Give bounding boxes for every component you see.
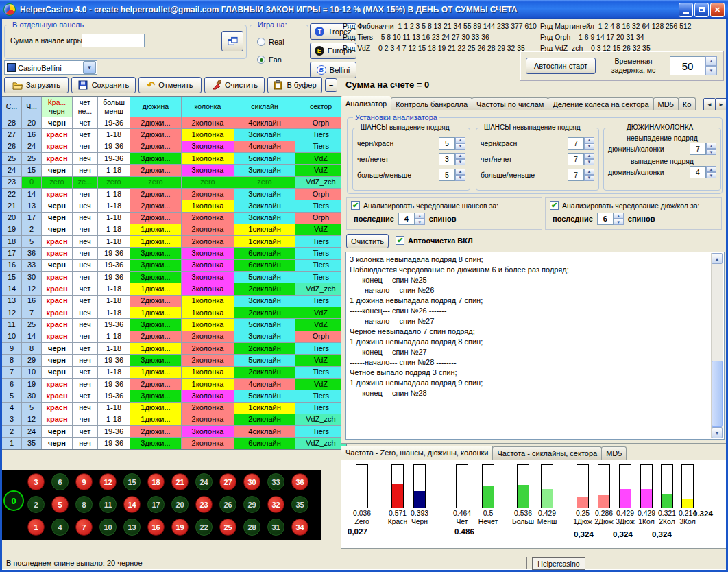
table-cell[interactable]: 10 bbox=[22, 367, 41, 378]
table-cell[interactable]: красн bbox=[42, 129, 72, 140]
table-cell[interactable]: 36 bbox=[22, 248, 41, 259]
table-cell[interactable]: 2сиклайн bbox=[234, 343, 295, 354]
table-cell[interactable]: 1дюжи... bbox=[130, 283, 181, 294]
table-cell[interactable]: неч bbox=[73, 403, 97, 414]
board-number[interactable]: 5 bbox=[51, 496, 69, 513]
table-cell[interactable]: 2дюжи... bbox=[130, 141, 181, 152]
table-cell[interactable]: zero bbox=[130, 177, 181, 188]
table-cell[interactable]: 1колонка bbox=[182, 296, 234, 307]
table-cell[interactable]: 29 bbox=[22, 355, 41, 366]
spinner-up[interactable]: ▲ bbox=[455, 137, 465, 143]
detach-panel-button[interactable] bbox=[221, 31, 243, 51]
table-cell[interactable]: 1колонка bbox=[182, 153, 234, 164]
undo-button[interactable]: ↶ Отменить bbox=[138, 77, 202, 93]
table-cell[interactable]: неч bbox=[73, 165, 97, 176]
table-cell[interactable]: VdZ_zch bbox=[295, 177, 346, 188]
table-cell[interactable]: 1-18 bbox=[98, 189, 130, 200]
clear-button[interactable]: Очистить bbox=[204, 77, 265, 93]
board-number[interactable]: 28 bbox=[243, 519, 260, 536]
spinner-value[interactable]: 3 bbox=[439, 153, 455, 165]
table-cell[interactable]: 4сиклайн bbox=[234, 141, 295, 152]
board-number[interactable]: 32 bbox=[267, 496, 284, 513]
table-cell[interactable]: 24 bbox=[2, 165, 21, 176]
table-cell[interactable]: 5сиклайн bbox=[234, 272, 295, 283]
table-cell[interactable]: VdZ bbox=[295, 379, 346, 390]
table-cell[interactable]: чет bbox=[73, 414, 97, 425]
table-cell[interactable]: 2колонка bbox=[182, 438, 234, 449]
table-cell[interactable]: 1колонка bbox=[182, 379, 234, 390]
table-cell[interactable]: 23 bbox=[2, 177, 21, 188]
table-cell[interactable]: VdZ bbox=[295, 165, 346, 176]
board-number[interactable]: 4 bbox=[51, 519, 69, 536]
table-cell[interactable]: 19-36 bbox=[98, 379, 130, 390]
spinner-value[interactable]: 7 bbox=[690, 143, 706, 155]
board-number[interactable]: 7 bbox=[75, 519, 93, 536]
table-cell[interactable]: 2колонка bbox=[182, 343, 234, 354]
table-cell[interactable]: 1-18 bbox=[98, 343, 130, 354]
table-cell[interactable]: 1-18 bbox=[98, 283, 130, 294]
table-cell[interactable]: 25 bbox=[2, 153, 21, 164]
spinner-up[interactable]: ▲ bbox=[614, 213, 624, 219]
table-cell[interactable]: красн bbox=[42, 390, 72, 401]
table-cell[interactable]: Tiers bbox=[295, 343, 346, 354]
table-cell[interactable]: 7 bbox=[22, 307, 41, 318]
table-cell[interactable]: 14 bbox=[22, 189, 41, 200]
table-cell[interactable]: 1дюжи... bbox=[130, 343, 181, 354]
table-cell[interactable]: 2 bbox=[22, 224, 41, 235]
table-cell[interactable]: 1-18 bbox=[98, 129, 130, 140]
spinner-down[interactable]: ▼ bbox=[584, 175, 594, 181]
table-cell[interactable]: 1-18 bbox=[98, 236, 130, 247]
board-number[interactable]: 9 bbox=[75, 473, 93, 490]
table-cell[interactable]: 19-36 bbox=[98, 426, 130, 437]
table-cell[interactable]: VdZ bbox=[295, 153, 346, 164]
tab-md5[interactable]: MD5 bbox=[653, 97, 679, 110]
table-cell[interactable]: Tiers bbox=[295, 403, 346, 414]
table-cell[interactable]: чет bbox=[73, 331, 97, 342]
table-cell[interactable]: VdZ_zch bbox=[295, 283, 346, 294]
analyzer-clear-button[interactable]: Очистить bbox=[346, 234, 389, 248]
table-cell[interactable]: 30 bbox=[22, 272, 41, 283]
table-cell[interactable]: 3дюжи... bbox=[130, 390, 181, 401]
table-cell[interactable]: Tiers bbox=[295, 426, 346, 437]
table-cell[interactable]: Tiers bbox=[295, 141, 346, 152]
table-cell[interactable]: черн bbox=[42, 260, 72, 271]
table-cell[interactable]: VdZ bbox=[295, 224, 346, 235]
table-cell[interactable]: 17 bbox=[22, 213, 41, 224]
table-cell[interactable]: 19-36 bbox=[98, 117, 130, 128]
table-cell[interactable]: 33 bbox=[22, 260, 41, 271]
table-cell[interactable]: 2сиклайн bbox=[234, 367, 295, 378]
spinner-down[interactable]: ▼ bbox=[614, 219, 624, 225]
table-cell[interactable]: 1-18 bbox=[98, 331, 130, 342]
save-button[interactable]: Сохранить bbox=[71, 77, 136, 93]
board-number[interactable]: 27 bbox=[219, 473, 236, 490]
table-cell[interactable]: 3дюжи... bbox=[130, 248, 181, 259]
board-number[interactable]: 24 bbox=[195, 473, 213, 490]
table-cell[interactable]: 1сиклайн bbox=[234, 224, 295, 235]
board-number[interactable]: 22 bbox=[195, 519, 213, 536]
board-number[interactable]: 35 bbox=[291, 496, 308, 513]
spinner-up[interactable]: ▲ bbox=[455, 153, 465, 159]
board-number[interactable]: 3 bbox=[27, 473, 45, 490]
table-cell[interactable]: 19 bbox=[2, 224, 21, 235]
table-cell[interactable]: 2сиклайн bbox=[234, 307, 295, 318]
table-cell[interactable]: красн bbox=[42, 189, 72, 200]
table-cell[interactable]: 1 bbox=[2, 438, 21, 449]
table-cell[interactable]: Orph bbox=[295, 117, 346, 128]
tab-wheel-sectors[interactable]: Деление колеса на сектора bbox=[548, 97, 653, 110]
table-cell[interactable]: 1-18 bbox=[98, 367, 130, 378]
table-cell[interactable]: неч bbox=[73, 236, 97, 247]
table-cell[interactable]: 16 bbox=[22, 296, 41, 307]
table-cell[interactable]: 2дюжи... bbox=[130, 379, 181, 390]
load-button[interactable]: Загрузить bbox=[4, 77, 69, 93]
table-cell[interactable]: 5сиклайн bbox=[234, 153, 295, 164]
table-cell[interactable]: 3сиклайн bbox=[234, 200, 295, 211]
table-cell[interactable]: Tiers bbox=[295, 390, 346, 401]
table-cell[interactable]: 19-36 bbox=[98, 248, 130, 259]
scroll-down-button[interactable]: ▼ bbox=[712, 427, 723, 438]
table-cell[interactable]: 9 bbox=[2, 343, 21, 354]
board-number[interactable]: 11 bbox=[99, 496, 117, 513]
spinner-value[interactable]: 4 bbox=[398, 213, 415, 225]
radio-real-circle[interactable] bbox=[257, 38, 265, 46]
board-number[interactable]: 15 bbox=[123, 473, 141, 490]
table-cell[interactable]: чет bbox=[73, 224, 97, 235]
